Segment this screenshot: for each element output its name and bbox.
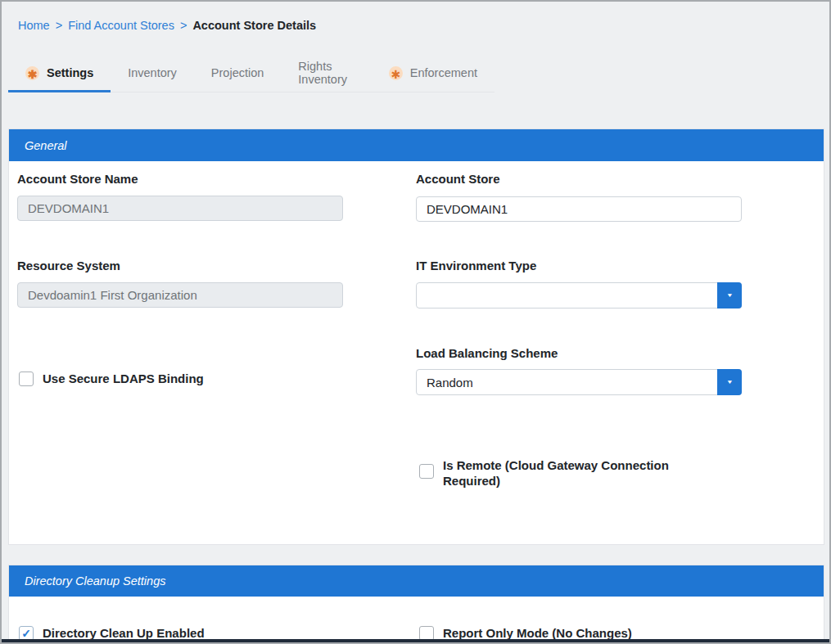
directory-cleanup-section: Directory Cleanup Settings ✓ Directory C… bbox=[8, 565, 824, 644]
it-environment-type-dropdown-button[interactable]: ▼ bbox=[717, 282, 742, 308]
check-icon: ✓ bbox=[21, 627, 31, 640]
required-asterisk-icon: ✱ bbox=[389, 66, 403, 80]
resource-system-input bbox=[17, 282, 343, 308]
tab-settings-label: Settings bbox=[47, 66, 93, 79]
account-store-input[interactable] bbox=[416, 196, 742, 222]
tab-enforcement-label: Enforcement bbox=[410, 66, 477, 79]
tab-projection[interactable]: Projection bbox=[194, 56, 281, 92]
tab-inventory-label: Inventory bbox=[128, 66, 177, 79]
caret-down-icon: ▼ bbox=[726, 292, 734, 298]
tab-rights-inventory[interactable]: Rights Inventory bbox=[281, 56, 371, 92]
account-store-name-input bbox=[17, 196, 343, 221]
caret-down-icon: ▼ bbox=[726, 379, 734, 385]
breadcrumb-separator: > bbox=[180, 19, 187, 32]
account-store-name-label: Account Store Name bbox=[17, 172, 138, 186]
window-bottom-edge bbox=[2, 639, 829, 642]
breadcrumb-find-account-stores-link[interactable]: Find Account Stores bbox=[68, 19, 174, 32]
general-section: General Account Store Name Account Store… bbox=[8, 128, 824, 545]
page: Home > Find Account Stores > Account Sto… bbox=[0, 0, 831, 644]
breadcrumb-separator: > bbox=[56, 19, 62, 32]
load-balancing-scheme-value: Random bbox=[417, 370, 717, 394]
use-secure-ldaps-label[interactable]: Use Secure LDAPS Binding bbox=[43, 371, 204, 386]
use-secure-ldaps-row: Use Secure LDAPS Binding bbox=[19, 371, 204, 386]
it-environment-type-value bbox=[417, 283, 717, 308]
required-asterisk-icon: ✱ bbox=[25, 66, 39, 80]
load-balancing-scheme-dropdown-button[interactable]: ▼ bbox=[717, 369, 742, 395]
resource-system-label: Resource System bbox=[17, 259, 120, 272]
load-balancing-scheme-select[interactable]: Random ▼ bbox=[416, 369, 742, 395]
use-secure-ldaps-checkbox[interactable] bbox=[19, 372, 34, 386]
tab-settings[interactable]: ✱ Settings bbox=[8, 56, 111, 92]
directory-cleanup-enabled-checkbox[interactable]: ✓ bbox=[19, 626, 34, 641]
breadcrumb: Home > Find Account Stores > Account Sto… bbox=[18, 19, 316, 32]
general-section-header: General bbox=[9, 129, 824, 161]
tab-projection-label: Projection bbox=[211, 66, 264, 79]
tab-inventory[interactable]: Inventory bbox=[111, 56, 194, 92]
directory-cleanup-section-header: Directory Cleanup Settings bbox=[9, 565, 824, 597]
load-balancing-scheme-label: Load Balancing Scheme bbox=[416, 346, 558, 360]
tab-rights-inventory-label: Rights Inventory bbox=[298, 60, 354, 86]
account-store-label: Account Store bbox=[416, 172, 500, 186]
it-environment-type-select[interactable]: ▼ bbox=[416, 282, 742, 308]
it-environment-type-label: IT Environment Type bbox=[416, 259, 536, 272]
tab-enforcement[interactable]: ✱ Enforcement bbox=[372, 56, 495, 92]
tab-bar: ✱ Settings Inventory Projection Rights I… bbox=[8, 56, 495, 92]
is-remote-checkbox[interactable] bbox=[419, 464, 434, 479]
report-only-mode-checkbox[interactable] bbox=[419, 626, 434, 641]
breadcrumb-current-page: Account Store Details bbox=[192, 19, 316, 32]
is-remote-label[interactable]: Is Remote (Cloud Gateway Connection Requ… bbox=[443, 457, 706, 489]
is-remote-row: Is Remote (Cloud Gateway Connection Requ… bbox=[419, 457, 706, 489]
breadcrumb-home-link[interactable]: Home bbox=[18, 19, 50, 32]
